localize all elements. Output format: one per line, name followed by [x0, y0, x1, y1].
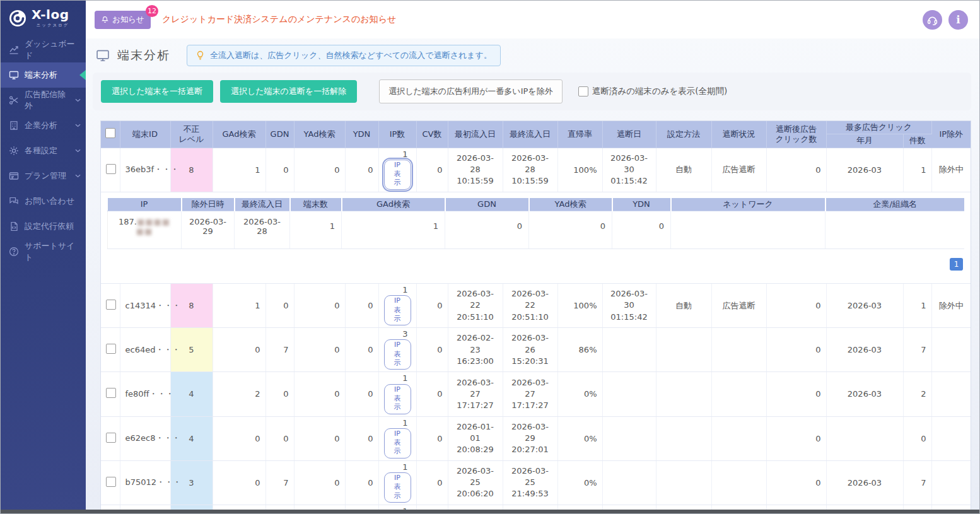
sidebar-item-3[interactable]: 企業分析 [1, 113, 86, 138]
ip-count: 1 [384, 286, 411, 295]
ip-show-button[interactable]: IP表示 [384, 295, 411, 325]
monitor-icon [8, 70, 19, 81]
block-status: 広告遮断 [711, 283, 766, 327]
subcol-ip: IP [108, 198, 182, 211]
top-click-month: 2026-03 [826, 460, 903, 505]
row-checkbox-cell [101, 416, 120, 460]
row-checkbox[interactable] [106, 477, 116, 487]
dashboard-icon [8, 45, 19, 55]
bell-icon [101, 16, 109, 24]
ip-count: 1 [384, 419, 411, 428]
col-first-inflow: 最初流入日 [448, 121, 503, 148]
row-checkbox[interactable] [106, 344, 116, 354]
notice-badge-label: お知らせ [112, 15, 144, 25]
blocked-only-checkbox[interactable] [578, 86, 588, 96]
ip-gad: 1 [342, 211, 445, 248]
block-date: 2026-03-30 01:15:42 [602, 283, 656, 327]
sidebar-item-1[interactable]: 端末分析 [1, 62, 86, 88]
top-click-count: 7 [903, 328, 931, 372]
select-all-checkbox[interactable] [105, 128, 115, 138]
row-checkbox[interactable] [106, 433, 116, 443]
setting-method [656, 328, 711, 372]
bounce-rate: 0% [557, 416, 602, 460]
ip-show-button[interactable]: IP表示 [384, 160, 411, 190]
sidebar-item-2[interactable]: 広告配信除外 [1, 88, 86, 113]
ip-organization [825, 211, 965, 248]
ip-excluded-at: 2026-03-29 [182, 211, 235, 248]
ip-last-inflow: 2026-03-28 [235, 211, 290, 248]
ip-exclusion-status [931, 460, 971, 505]
setting-method [656, 416, 711, 460]
yad-count: 0 [294, 328, 345, 372]
ip-show-button[interactable]: IP表示 [384, 428, 411, 459]
page-head: 端末分析 全流入遮断は、広告クリック、自然検索などすべての流入で遮断されます。 [86, 38, 979, 71]
row-checkbox[interactable] [106, 164, 116, 174]
ip-exclusion-status [931, 372, 971, 416]
sidebar-item-4[interactable]: 各種設定 [1, 138, 86, 163]
ip-count: 1 [384, 463, 411, 472]
sidebar-item-7[interactable]: 設定代行依頼 [1, 214, 86, 239]
scissors-icon [8, 95, 19, 106]
col-post-block-clicks: 遮断後広告 クリック数 [766, 121, 826, 148]
sidebar-item-0[interactable]: ダッシュボード [1, 37, 86, 62]
last-inflow-date: 2026-03-25 21:49:53 [503, 460, 557, 505]
blocked-only-label: 遮断済みの端末のみを表示(全期間) [592, 86, 728, 97]
subtable-page-1-button[interactable]: 1 [950, 258, 963, 271]
page-title: 端末分析 [117, 47, 170, 64]
device-id: b75012・・・ [120, 460, 170, 505]
app-logo[interactable]: X-log ニックスログ [1, 1, 86, 37]
tip-text: 全流入遮断は、広告クリック、自然検索などすべての流入で遮断されます。 [210, 50, 492, 61]
ip-ydn: 0 [612, 211, 671, 248]
building-icon [8, 120, 19, 131]
logo-icon [8, 9, 27, 28]
ip-show-button[interactable]: IP表示 [384, 384, 411, 414]
redacted-ip: ■■■■ ■■ [136, 217, 170, 236]
device-row: b75012・・・307001IP表示02026-03-25 20:06:202… [101, 460, 971, 505]
col-block-date: 遮断日 [602, 121, 656, 148]
cv-count: 0 [416, 283, 448, 327]
post-block-clicks: 0 [766, 328, 826, 372]
notice-badge[interactable]: お知らせ 12 [95, 11, 151, 29]
bounce-rate: 0% [557, 460, 602, 505]
top-click-count: 1 [903, 148, 931, 192]
tip-box: 全流入遮断は、広告クリック、自然検索などすべての流入で遮断されます。 [187, 45, 501, 66]
support-button[interactable] [923, 10, 942, 30]
col-yad: YAd検索 [294, 121, 345, 148]
device-row: c14314・・・810001IP表示02026-03-22 20:51:102… [101, 283, 971, 327]
device-table: 端末ID 不正 レベル GAd検索 GDN YAd検索 YDN IP数 CV数 … [101, 121, 971, 513]
device-id: c14314・・・ [120, 283, 170, 327]
main-area: お知らせ 12 クレジットカード決済システムのメンテナンスのお知らせ i 端末分… [86, 1, 979, 513]
chevron-down-icon [75, 149, 81, 153]
ip-show-button[interactable]: IP表示 [384, 339, 411, 370]
sidebar-item-6[interactable]: お問い合わせ [1, 189, 86, 214]
notice-count-badge: 12 [146, 5, 158, 17]
sidebar-item-5[interactable]: プラン管理 [1, 163, 86, 189]
gdn-count: 0 [265, 148, 294, 192]
fraud-level: 4 [170, 372, 213, 416]
sidebar-item-label: 各種設定 [25, 145, 57, 156]
ip-exclusion-status: 除外中 [931, 148, 971, 192]
row-checkbox[interactable] [106, 300, 116, 310]
top-click-count: 0 [903, 416, 931, 460]
bulk-unblock-button[interactable]: 選択した端末の遮断を一括解除 [220, 80, 357, 103]
bounce-rate: 100% [557, 148, 602, 192]
ip-show-button[interactable]: IP表示 [384, 472, 411, 503]
col-gad: GAd検索 [213, 121, 265, 148]
row-checkbox[interactable] [106, 388, 116, 398]
col-ip-count: IP数 [378, 121, 416, 148]
subcol-gad: GAd検索 [342, 198, 445, 211]
blocked-only-filter[interactable]: 遮断済みの端末のみを表示(全期間) [578, 86, 728, 97]
device-table-body: 36eb3f・・・810001IP表示02026-03-28 10:15:592… [101, 148, 971, 513]
device-row: ec64ed・・・507003IP表示02026-02-23 16:23:002… [101, 328, 971, 372]
gdn-count: 0 [265, 283, 294, 327]
block-date [602, 416, 656, 460]
yad-count: 0 [294, 283, 345, 327]
bulk-block-button[interactable]: 選択した端末を一括遮断 [101, 80, 213, 103]
subtable-pagination: 1 [107, 258, 964, 271]
info-button[interactable]: i [948, 10, 968, 30]
notice-link[interactable]: クレジットカード決済システムのメンテナンスのお知らせ [162, 14, 396, 25]
sidebar-item-label: 設定代行依頼 [25, 221, 74, 232]
exclude-top-ip-button[interactable]: 選択した端末の広告利用が一番多いIPを除外 [379, 79, 563, 103]
toolbar: 選択した端末を一括遮断 選択した端末の遮断を一括解除 選択した端末の広告利用が一… [93, 73, 971, 110]
sidebar-item-8[interactable]: サポートサイト [1, 239, 86, 264]
